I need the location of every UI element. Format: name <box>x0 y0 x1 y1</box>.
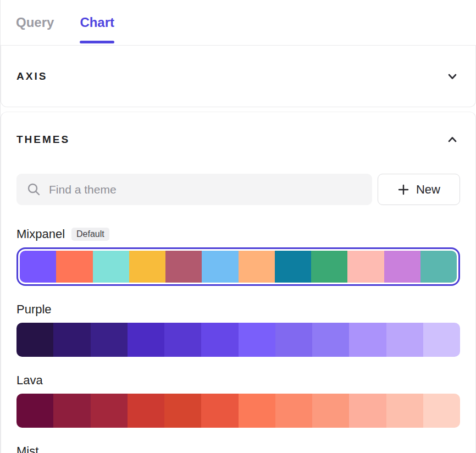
theme-label-row: Mist <box>16 444 460 453</box>
color-swatch <box>420 251 457 283</box>
color-swatch <box>20 251 56 283</box>
color-swatch <box>201 394 238 428</box>
color-swatch <box>16 323 53 357</box>
tab-chart-label: Chart <box>80 15 114 30</box>
color-swatch <box>93 251 129 283</box>
theme-item-mixpanel: MixpanelDefault <box>16 227 460 286</box>
color-swatch <box>423 323 460 357</box>
color-swatch <box>275 394 312 428</box>
color-swatch <box>386 323 423 357</box>
theme-name: Mist <box>16 444 38 453</box>
axis-expand-button[interactable] <box>445 69 460 84</box>
color-swatch <box>239 394 275 428</box>
color-swatch <box>164 394 201 428</box>
color-swatch <box>239 323 275 357</box>
theme-label-row: MixpanelDefault <box>16 227 460 241</box>
color-swatch <box>349 323 386 357</box>
theme-name: Mixpanel <box>16 227 65 241</box>
theme-search-box[interactable] <box>16 174 372 205</box>
color-swatch <box>53 323 90 357</box>
color-swatch <box>129 251 165 283</box>
selected-theme-ring <box>16 247 460 286</box>
color-swatch <box>202 251 238 283</box>
theme-toolbar: New <box>16 174 460 205</box>
theme-label-row: Purple <box>16 302 460 317</box>
color-swatch <box>423 394 460 428</box>
color-swatch <box>128 394 164 428</box>
color-swatch <box>347 251 384 283</box>
themes-section-title: THEMES <box>16 134 70 146</box>
theme-search-input[interactable] <box>49 183 362 196</box>
color-swatch <box>128 323 164 357</box>
tab-query[interactable]: Query <box>16 0 54 45</box>
color-swatch <box>201 323 238 357</box>
default-badge: Default <box>71 228 109 241</box>
new-theme-button-label: New <box>416 183 440 197</box>
color-swatch <box>384 251 420 283</box>
color-swatch <box>165 251 202 283</box>
search-icon <box>26 182 41 197</box>
color-swatch <box>56 251 92 283</box>
color-swatch <box>275 323 312 357</box>
theme-swatch-row[interactable] <box>20 251 457 283</box>
theme-name: Lava <box>16 373 43 388</box>
active-tab-underline <box>80 41 114 43</box>
color-swatch <box>239 251 275 283</box>
theme-item-purple: Purple <box>16 302 460 357</box>
tab-bar: Query Chart <box>1 0 476 46</box>
color-swatch <box>386 394 423 428</box>
axis-section-title: AXIS <box>16 70 47 82</box>
color-swatch <box>312 394 349 428</box>
axis-section: AXIS <box>1 46 476 107</box>
tab-query-label: Query <box>16 15 54 30</box>
color-swatch <box>275 251 311 283</box>
color-swatch <box>91 323 128 357</box>
theme-label-row: Lava <box>16 373 460 388</box>
theme-item-mist: Mist <box>16 444 460 453</box>
color-swatch <box>164 323 201 357</box>
plus-icon <box>397 184 409 196</box>
color-swatch <box>349 394 386 428</box>
theme-swatch-row[interactable] <box>16 394 460 428</box>
chevron-down-icon <box>446 70 458 82</box>
themes-collapse-button[interactable] <box>445 132 460 147</box>
color-swatch <box>16 394 53 428</box>
theme-swatch-row[interactable] <box>16 323 460 357</box>
themes-section-header: THEMES <box>16 132 460 147</box>
color-swatch <box>91 394 128 428</box>
color-swatch <box>53 394 90 428</box>
theme-name: Purple <box>16 302 52 317</box>
theme-list: MixpanelDefaultPurpleLavaMist <box>16 227 460 453</box>
theme-item-lava: Lava <box>16 373 460 428</box>
new-theme-button[interactable]: New <box>378 174 460 205</box>
color-swatch <box>311 251 347 283</box>
tab-chart[interactable]: Chart <box>80 0 114 45</box>
chevron-up-icon <box>446 134 458 146</box>
color-swatch <box>312 323 349 357</box>
themes-section: THEMES <box>1 112 476 453</box>
chart-settings-panel: Query Chart AXIS THEMES <box>0 0 476 453</box>
